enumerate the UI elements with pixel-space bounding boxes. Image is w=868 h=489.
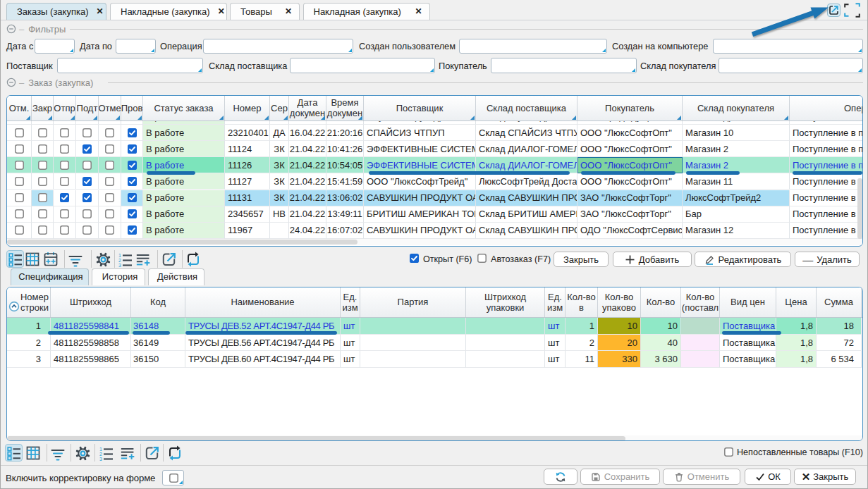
svg-text:2: 2	[99, 452, 102, 457]
svg-text:2: 2	[118, 258, 121, 263]
svg-text:3: 3	[99, 457, 102, 462]
svg-text:1: 1	[99, 447, 102, 452]
svg-text:3: 3	[118, 263, 121, 268]
svg-text:1: 1	[118, 253, 121, 258]
